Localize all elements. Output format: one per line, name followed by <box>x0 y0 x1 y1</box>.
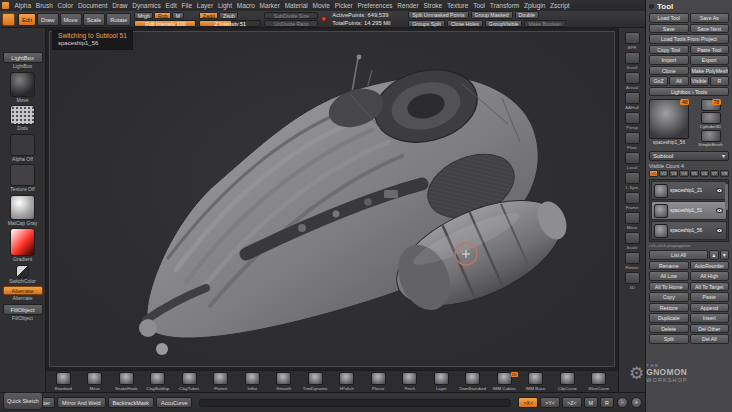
symmetry-button[interactable]: >Z< <box>562 397 582 408</box>
subtool-button[interactable]: All High <box>690 271 730 281</box>
tray-item[interactable]: Texture Off Texture Off <box>10 164 35 192</box>
geometry-button[interactable]: Group Masked <box>471 11 513 19</box>
subtool-section-header[interactable]: Subtool ▾ <box>649 151 729 161</box>
subtool-button[interactable]: Insert <box>690 313 730 323</box>
bottom-bar-button[interactable]: AccuCurve <box>156 397 192 408</box>
tray-item[interactable]: Move Move <box>10 72 35 103</box>
right-shelf-icon[interactable] <box>625 192 640 204</box>
geometry-button[interactable]: Split Unmasked Points <box>408 11 468 19</box>
menu-item[interactable]: Stroke <box>421 2 445 9</box>
brush-thumbnail[interactable] <box>591 372 606 385</box>
document-area[interactable] <box>49 31 615 367</box>
subtool-button[interactable]: All To Home <box>649 282 689 292</box>
menu-item[interactable]: Brush <box>33 2 55 9</box>
brush-slot[interactable]: ClayBuildup <box>143 372 174 392</box>
subtool-thumbnail[interactable] <box>654 204 668 218</box>
menu-item[interactable]: Texture <box>445 2 471 9</box>
subtool-button[interactable]: Append <box>690 303 730 313</box>
tray-item[interactable]: Gradient Gradient <box>10 228 35 262</box>
brush-thumbnail[interactable] <box>182 372 197 385</box>
menu-item[interactable]: Edit <box>163 2 179 9</box>
tool-slot-thumbnail[interactable] <box>701 112 721 124</box>
paint-mode-button[interactable]: Rgb <box>154 12 171 19</box>
brush-slot[interactable]: Move <box>80 372 111 392</box>
geometry-button[interactable]: Make Boolean <box>524 20 565 28</box>
brush-slot[interactable]: IMM Basic <box>521 372 552 392</box>
tool-palette-header[interactable]: Tool <box>649 2 729 11</box>
rgb-intensity-slider[interactable]: Rgb Intensity 100 <box>134 20 196 27</box>
tool-button[interactable]: Make PolyMesh3D <box>690 66 730 76</box>
subtool-button[interactable]: AutoReorder <box>690 261 730 271</box>
z-intensity-slider[interactable]: Z Intensity 51 <box>199 20 261 27</box>
tool-button[interactable]: Load Tools From Project <box>649 34 729 44</box>
tray-thumbnail[interactable] <box>10 134 35 156</box>
brush-slot[interactable]: SnakeHook <box>111 372 142 392</box>
eye-icon[interactable] <box>716 188 723 193</box>
menu-item[interactable]: Color <box>55 2 75 9</box>
eye-icon[interactable] <box>716 228 723 233</box>
menu-item[interactable]: Dynamics <box>130 2 163 9</box>
right-shelf-icon[interactable] <box>625 92 640 104</box>
mode-button[interactable]: Draw <box>37 13 59 26</box>
subtool-button[interactable]: ▼ <box>720 250 730 260</box>
right-shelf-button[interactable]: L.Sym <box>625 172 640 190</box>
tool-button[interactable]: Export <box>690 55 730 65</box>
subtool-item[interactable]: spaceship1_56 <box>651 221 727 240</box>
tray-thumbnail[interactable] <box>10 105 35 125</box>
menu-item[interactable]: Macro <box>234 2 257 9</box>
mode-button[interactable]: Rotate <box>106 13 131 26</box>
subtool-button[interactable]: Split <box>649 334 689 344</box>
paint-mode-button[interactable]: M <box>172 12 183 19</box>
mode-button[interactable]: Edit <box>18 13 36 26</box>
zoom-out-button[interactable]: – <box>617 397 628 408</box>
record-icon[interactable] <box>321 16 327 22</box>
brush-thumbnail[interactable] <box>528 372 543 385</box>
brush-slot[interactable]: Inflat <box>237 372 268 392</box>
tray-item[interactable]: Alternate Alternate <box>3 286 43 301</box>
right-shelf-icon[interactable] <box>625 72 640 84</box>
brush-slot[interactable]: hPolish <box>332 372 363 392</box>
right-shelf-button[interactable]: Floor <box>625 132 640 150</box>
visibility-tab[interactable]: V8 <box>720 170 729 178</box>
right-shelf-button[interactable]: 3D <box>625 272 640 290</box>
subtool-button[interactable]: Restore <box>649 303 689 313</box>
tray-item[interactable]: FillObject FillObject <box>3 304 43 321</box>
right-shelf-icon[interactable] <box>625 252 640 264</box>
tray-item[interactable]: MatCap Gray MatCap Gray <box>8 195 38 226</box>
right-shelf-button[interactable]: AAHalf <box>625 92 640 110</box>
right-shelf-button[interactable]: Move <box>625 212 640 230</box>
visibility-tab[interactable]: V7 <box>710 170 719 178</box>
right-shelf-button[interactable]: Rotate <box>625 252 640 270</box>
right-shelf-icon[interactable] <box>625 232 640 244</box>
tool-slot[interactable]: Cylinder3D <box>692 112 729 129</box>
brush-slot[interactable]: ClipCurve <box>552 372 583 392</box>
brush-thumbnail[interactable] <box>371 372 386 385</box>
tool-button[interactable]: Visible <box>690 76 709 86</box>
tray-thumbnail[interactable] <box>16 265 29 278</box>
subtool-button[interactable]: Rename <box>649 261 689 271</box>
geometry-button[interactable]: GroupVisible <box>485 20 523 28</box>
tray-thumbnail[interactable] <box>10 72 35 97</box>
tool-slot-thumbnail[interactable] <box>701 130 721 142</box>
document-canvas[interactable]: Switching to Subtool 51 spaceship1_56 <box>46 28 618 370</box>
tool-button[interactable]: Save Next <box>690 24 730 34</box>
menu-item[interactable]: Draw <box>110 2 130 9</box>
menu-item[interactable]: Movie <box>310 2 332 9</box>
brush-thumbnail[interactable] <box>339 372 354 385</box>
brush-slot[interactable]: IMM Cables 20 <box>489 372 520 392</box>
visibility-tab[interactable]: V6 <box>700 170 709 178</box>
tray-button[interactable]: LightBox <box>3 52 43 63</box>
menu-item[interactable]: Tool <box>471 2 488 9</box>
menu-item[interactable]: Zplugin <box>522 2 548 9</box>
brush-slot[interactable]: DamStandard <box>458 372 489 392</box>
eye-icon[interactable] <box>716 208 723 213</box>
brush-slot[interactable]: Flatten <box>206 372 237 392</box>
right-shelf-button[interactable]: Actual <box>625 72 640 90</box>
tray-button[interactable]: FillObject <box>3 304 43 315</box>
subdivide-size-slider[interactable]: SubDivide Size <box>264 12 318 19</box>
subtool-thumbnail[interactable] <box>654 224 668 238</box>
visibility-tab[interactable]: V3 <box>669 170 678 178</box>
tray-thumbnail[interactable] <box>10 228 35 256</box>
subtool-button[interactable]: List All <box>649 250 708 260</box>
symmetry-button[interactable]: M <box>584 397 599 408</box>
